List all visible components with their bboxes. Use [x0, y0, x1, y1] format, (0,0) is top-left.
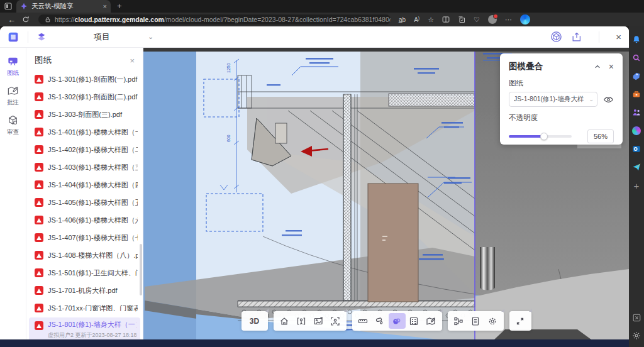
panel-scrollbar[interactable] [140, 244, 142, 295]
browser-essentials-icon[interactable]: ♡ [474, 16, 480, 24]
tab-workspaces-icon[interactable] [4, 3, 12, 10]
opacity-slider-handle[interactable] [540, 133, 548, 140]
url-host: cloud.patternx.gemdale.com [75, 16, 164, 23]
file-meta: 虚拟用户2 更新于2023-08-27 18:18:26 [48, 331, 136, 339]
file-list-item[interactable]: JS-1-303-剖面图(三).pdf [26, 106, 143, 123]
file-list-item-selected[interactable]: JS-1-801(修1)-墙身大样（一）... 虚拟用户2 更新于2023-08… [29, 317, 140, 339]
file-name: JS-1-406(修1)-楼梯大样图（六）... [48, 216, 138, 225]
snapshot-icon[interactable] [310, 313, 327, 329]
sheet-select[interactable]: JS-1-801(修1)-墙身大样（一）... ⌄ [509, 92, 597, 107]
more-menu-icon[interactable]: ⋯ [505, 16, 512, 24]
close-window-icon[interactable]: × [616, 31, 621, 42]
fullscreen-icon[interactable] [512, 313, 529, 329]
collections-icon[interactable] [458, 16, 465, 23]
file-list-item[interactable]: JS-1-404(修1)-楼梯大样图（四）... [26, 176, 143, 194]
home-view-icon[interactable] [276, 313, 293, 329]
overlay-tool-icon[interactable] [389, 313, 406, 329]
url-field[interactable]: https://cloud.patternx.gemdale.com/model… [38, 14, 391, 25]
structure-tree-icon[interactable] [450, 313, 467, 329]
opacity-slider-fill [509, 135, 544, 138]
document-icon[interactable] [467, 313, 484, 329]
file-list-item[interactable]: JS-1-701-机房大样.pdf [26, 282, 143, 299]
pdf-icon [35, 304, 43, 312]
outlook-icon[interactable] [631, 144, 641, 154]
profile-avatar[interactable] [488, 15, 497, 24]
nav-item-annotations[interactable]: 批注 [7, 85, 19, 107]
walkthrough-icon[interactable] [293, 313, 310, 329]
panel-close-icon[interactable]: × [609, 62, 614, 72]
new-tab-button[interactable]: + [117, 1, 122, 11]
file-list-item[interactable]: JS-1-701xx-门窗详图、门窗表... [26, 299, 143, 317]
collapse-icon[interactable] [594, 63, 601, 70]
viewport-toolbar: 3D [143, 311, 629, 331]
settings-icon[interactable] [484, 313, 501, 329]
nav-item-drawings[interactable]: 图纸 [7, 55, 19, 77]
measure-icon[interactable] [355, 313, 372, 329]
sheet-select-label: 图纸 [509, 79, 614, 88]
app-header: 项目 ⌄ × [0, 26, 629, 48]
notifications-icon[interactable] [631, 35, 641, 45]
translate-icon[interactable]: a̲b [399, 16, 406, 23]
file-list-item[interactable]: JS-1-405(修1)-楼梯大样图（五）... [26, 194, 143, 211]
file-list-item[interactable]: JS-1-402(修1)-楼梯大样图（二）... [26, 141, 143, 158]
file-list-item[interactable]: JS-1-302(修1)-剖面图(二).pdf [26, 88, 143, 106]
games-icon[interactable] [631, 107, 641, 118]
browser-tab[interactable]: 天云筑-模随享 × [16, 0, 111, 13]
model-cube-icon[interactable] [550, 31, 562, 43]
read-aloud-icon[interactable]: A) [414, 16, 419, 23]
file-name: JS-1-408-楼梯大样图（八）.pdf [48, 251, 138, 260]
map-edit-icon[interactable] [423, 313, 440, 329]
focus-view-icon[interactable] [327, 313, 344, 329]
designer-icon[interactable] [631, 126, 641, 136]
schedule-icon[interactable] [406, 313, 423, 329]
file-list-item[interactable]: JS-1-401(修1)-楼梯大样图（一）... [26, 123, 143, 141]
file-name: JS-1-301(修1)-剖面图(一).pdf [48, 75, 138, 84]
nav-item-review[interactable]: 审查 [7, 114, 19, 136]
favorite-star-icon[interactable]: ☆ [428, 16, 434, 24]
file-list-item[interactable]: JS-1-301(修1)-剖面图(一).pdf [26, 70, 143, 88]
pdf-icon [35, 321, 43, 330]
file-list-item[interactable]: JS-1-501(修1)-卫生间大样、门窗... [26, 264, 143, 282]
file-name: JS-1-303-剖面图(三).pdf [48, 110, 138, 119]
add-to-sidebar-icon[interactable]: + [631, 180, 641, 190]
project-selector[interactable]: 项目 ⌄ [36, 31, 153, 43]
edge-sidebar: + [629, 26, 644, 347]
file-list-item[interactable]: JS-1-407(修1)-楼梯大样图（七）... [26, 229, 143, 246]
hide-sidebar-icon[interactable] [631, 312, 641, 322]
file-list-item[interactable]: JS-1-406(修1)-楼梯大样图（六）... [26, 211, 143, 229]
drawings-icon [7, 55, 19, 67]
shopping-icon[interactable] [631, 71, 641, 81]
refresh-icon[interactable] [22, 16, 30, 23]
split-screen-icon[interactable] [442, 16, 450, 23]
header-divider [28, 31, 28, 43]
file-name: JS-1-701xx-门窗详图、门窗表... [48, 304, 138, 313]
tools-icon[interactable] [631, 89, 641, 99]
pdf-icon [35, 216, 43, 224]
drop-icon[interactable] [631, 162, 641, 172]
visibility-eye-icon[interactable] [603, 94, 614, 105]
review-icon [7, 114, 19, 126]
tab-close-icon[interactable]: × [103, 3, 107, 10]
file-list-item[interactable]: JS-1-408-楼梯大样图（八）.pdf [26, 246, 143, 264]
annotations-icon [7, 85, 19, 97]
opacity-value: 56% [587, 129, 614, 143]
sidebar-settings-icon[interactable] [631, 331, 641, 341]
mode-3d-button[interactable]: 3D [244, 317, 265, 326]
search-icon[interactable] [631, 53, 641, 63]
back-icon[interactable]: ← [8, 15, 16, 25]
dimension-label: 1250 [226, 63, 231, 73]
copilot-icon[interactable] [520, 14, 530, 25]
panel-close-icon[interactable]: × [130, 56, 135, 65]
paint-icon[interactable] [372, 313, 389, 329]
share-icon[interactable] [571, 31, 582, 43]
opacity-label: 不透明度 [509, 113, 614, 123]
header-divider [599, 31, 599, 43]
pdf-icon [35, 145, 43, 154]
opacity-slider[interactable] [509, 135, 572, 138]
viewport-top-edge [143, 48, 629, 52]
file-name: JS-1-302(修1)-剖面图(二).pdf [48, 92, 138, 102]
file-list-item[interactable]: JS-1-403(修1)-楼梯大样图（三）... [26, 158, 143, 176]
overlay-panel-title: 图模叠合 [509, 61, 586, 72]
file-name: JS-1-404(修1)-楼梯大样图（四）... [48, 180, 138, 190]
page-bottom-strip [0, 339, 629, 347]
